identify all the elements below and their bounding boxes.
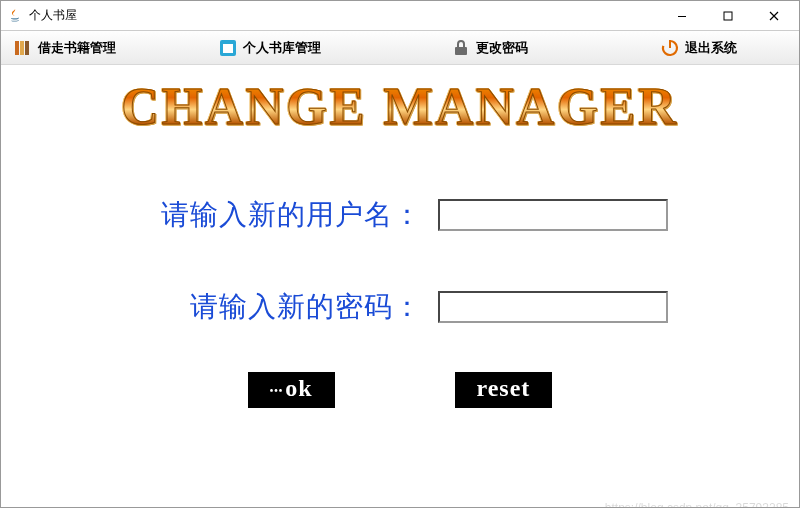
books-icon <box>13 38 33 58</box>
window-minimize-button[interactable] <box>659 1 705 31</box>
content-panel: CHANGE MANAGER 请输入新的用户名： 请输入新的密码： •••ok … <box>1 77 799 508</box>
menu-bar: 借走书籍管理 个人书库管理 更改密码 退出系统 <box>1 31 799 65</box>
svg-rect-3 <box>20 41 24 55</box>
ok-button-label: ok <box>285 375 312 401</box>
menu-item-change-password[interactable]: 更改密码 <box>445 36 534 60</box>
menu-item-personal-library[interactable]: 个人书库管理 <box>212 36 327 60</box>
svg-rect-1 <box>724 12 732 20</box>
java-app-icon <box>7 8 23 24</box>
menu-item-exit-system[interactable]: 退出系统 <box>654 36 743 60</box>
menu-item-label: 借走书籍管理 <box>38 39 116 57</box>
menu-item-label: 更改密码 <box>476 39 528 57</box>
window-maximize-button[interactable] <box>705 1 751 31</box>
ok-button[interactable]: •••ok <box>248 372 335 408</box>
menu-item-label: 个人书库管理 <box>243 39 321 57</box>
window-title: 个人书屋 <box>29 7 77 24</box>
svg-rect-0 <box>678 16 686 17</box>
button-bar: •••ok reset <box>1 372 799 408</box>
library-icon <box>218 38 238 58</box>
username-row: 请输入新的用户名： <box>132 196 668 234</box>
power-icon <box>660 38 680 58</box>
reset-button-label: reset <box>477 375 531 401</box>
password-input[interactable] <box>438 291 668 323</box>
svg-rect-9 <box>669 40 671 48</box>
menu-item-borrowed-books[interactable]: 借走书籍管理 <box>7 36 122 60</box>
svg-rect-6 <box>223 44 233 53</box>
reset-button[interactable]: reset <box>455 372 553 408</box>
svg-rect-7 <box>455 47 467 55</box>
svg-rect-2 <box>15 41 19 55</box>
menu-item-label: 退出系统 <box>685 39 737 57</box>
username-label: 请输入新的用户名： <box>132 196 422 234</box>
lock-icon <box>451 38 471 58</box>
watermark-text: https://blog.csdn.net/qq_35793285 <box>605 501 789 508</box>
change-form: 请输入新的用户名： 请输入新的密码： <box>1 196 799 326</box>
password-row: 请输入新的密码： <box>132 288 668 326</box>
window-close-button[interactable] <box>751 1 797 31</box>
password-label: 请输入新的密码： <box>132 288 422 326</box>
page-heading: CHANGE MANAGER <box>1 77 799 136</box>
window-titlebar: 个人书屋 <box>1 1 799 31</box>
username-input[interactable] <box>438 199 668 231</box>
svg-rect-4 <box>25 41 29 55</box>
